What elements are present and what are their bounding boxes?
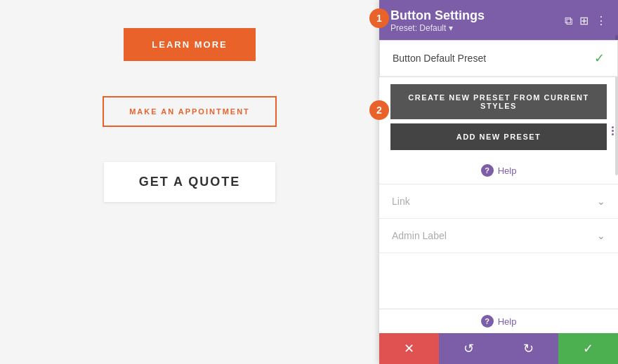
footer-actions: ✕ ↺ ↻ ✓: [379, 333, 618, 364]
redo-button[interactable]: ↻: [499, 333, 558, 364]
undo-button[interactable]: ↺: [439, 333, 499, 364]
panel-title: Button Settings: [390, 8, 485, 23]
help-circle-icon: ?: [481, 164, 494, 177]
preset-dropdown: Button Default Preset ✓: [379, 40, 618, 77]
accordion-admin-label-arrow: ⌄: [597, 230, 605, 241]
step-badge-1: 1: [369, 8, 389, 28]
add-preset-button[interactable]: ADD NEW PRESET: [390, 123, 607, 150]
accordion-link-label: Link: [392, 196, 410, 207]
help-row-dropdown[interactable]: ? Help: [379, 157, 618, 184]
copy-icon[interactable]: ⧉: [565, 15, 572, 27]
canvas-area: LEARN MORE MAKE AN APPOINTMENT GET A QUO…: [0, 0, 379, 364]
quote-button[interactable]: GET A QUOTE: [104, 162, 276, 202]
preset-item-default[interactable]: Button Default Preset ✓: [380, 41, 617, 76]
panel-header: Button Settings Preset: Default ▾ ⧉ ⊞ ⋮: [379, 0, 618, 40]
learn-more-button[interactable]: LEARN MORE: [124, 28, 255, 61]
panel-title-group: Button Settings Preset: Default ▾: [390, 8, 485, 33]
panel-header-icons: ⧉ ⊞ ⋮: [565, 14, 607, 27]
settings-panel: 1 2 Button Settings Preset: Default ▾ ⧉ …: [379, 0, 618, 364]
accordion-admin-label-text: Admin Label: [392, 230, 447, 241]
footer-help-row[interactable]: ? Help: [379, 309, 618, 333]
more-icon[interactable]: ⋮: [596, 14, 607, 27]
save-button[interactable]: ✓: [558, 333, 618, 364]
preset-check-icon: ✓: [594, 50, 605, 66]
appointment-button[interactable]: MAKE AN APPOINTMENT: [103, 96, 277, 127]
footer-help-icon: ?: [481, 315, 494, 328]
step-badge-2: 2: [369, 100, 389, 120]
three-dots-decoration: [612, 126, 614, 135]
accordion-link[interactable]: Link ⌄: [379, 184, 618, 219]
accordion-admin-label[interactable]: Admin Label ⌄: [379, 219, 618, 253]
panel-footer: ? Help ✕ ↺ ↻ ✓: [379, 309, 618, 364]
footer-help-label: Help: [498, 316, 517, 327]
grid-icon[interactable]: ⊞: [579, 14, 589, 27]
cancel-button[interactable]: ✕: [379, 333, 439, 364]
accordion-link-arrow: ⌄: [597, 196, 605, 207]
preset-item-label: Button Default Preset: [393, 53, 486, 64]
create-preset-button[interactable]: CREATE NEW PRESET FROM CURRENT STYLES: [390, 84, 607, 119]
help-label-dropdown: Help: [498, 166, 517, 176]
panel-preset[interactable]: Preset: Default ▾: [390, 23, 485, 33]
